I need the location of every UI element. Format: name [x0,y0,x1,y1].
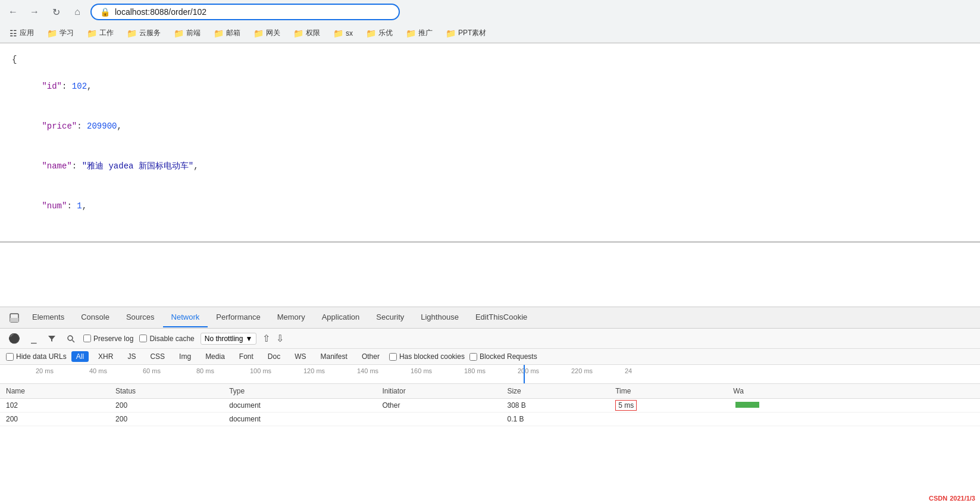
tab-editthiscookie[interactable]: EditThisCookie [467,308,536,327]
bookmark-email[interactable]: 📁 邮箱 [209,26,245,40]
date-label: 2021/1/3 [950,495,975,502]
folder-icon: 📁 [174,29,184,38]
tab-performance[interactable]: Performance [208,308,268,327]
folder-icon: 📁 [47,29,57,38]
address-bar[interactable]: 🔒 [90,4,400,20]
blocked-cookies-checkbox[interactable] [389,353,397,361]
bookmark-gateway-label: 网关 [266,28,280,38]
filter-img-button[interactable]: Img [174,351,196,362]
preserve-log-text: Preserve log [93,335,133,343]
timeline-cursor [524,365,525,383]
bookmark-sx[interactable]: 📁 sx [328,27,358,40]
bookmark-apps[interactable]: ☷ 应用 [5,26,39,40]
upload-button[interactable]: ⇧ [262,333,270,344]
request-status-2: 200 [109,413,223,426]
throttle-select[interactable]: No throttling ▼ [201,333,257,345]
clear-button[interactable]: ⎯ [29,332,39,345]
svg-point-2 [68,336,73,340]
bookmark-gateway[interactable]: 📁 网关 [249,26,285,40]
hide-data-urls-checkbox[interactable] [6,353,14,361]
bookmark-leyou-label: 乐优 [378,28,393,38]
request-name: 102 [0,399,109,413]
tab-sources[interactable]: Sources [118,308,163,327]
devtools-content: ⚫ ⎯ Preserve log Disable cache [0,329,980,503]
timeline-bar: 20 ms 40 ms 60 ms 80 ms 100 ms 120 ms 14… [0,365,980,384]
request-waterfall [727,399,980,413]
tab-console[interactable]: Console [73,308,118,327]
download-button[interactable]: ⇩ [276,333,284,344]
bookmark-ppt[interactable]: 📁 PPT素材 [441,26,491,40]
browser-chrome: ← → ↻ ⌂ 🔒 ☷ 应用 📁 学习 📁 工作 📁 云服务 📁 前端 [0,0,980,43]
throttle-dropdown-icon: ▼ [245,335,252,343]
request-time-2 [609,413,727,426]
tab-lighthouse[interactable]: Lighthouse [412,308,467,327]
preserve-log-checkbox[interactable] [83,335,91,342]
forward-button[interactable]: → [26,4,43,20]
blocked-requests-label[interactable]: Blocked Requests [469,352,537,361]
tab-application[interactable]: Application [314,308,368,327]
tick-40ms: 40 ms [89,367,107,374]
tab-network[interactable]: Network [163,308,208,327]
bookmark-sx-label: sx [346,29,353,38]
svg-rect-1 [10,318,18,322]
filter-js-button[interactable]: JS [123,351,140,362]
blocked-cookies-label[interactable]: Has blocked cookies [389,352,465,361]
json-num-line: "num": 1, [12,186,968,226]
bookmark-auth[interactable]: 📁 权限 [289,26,325,40]
search-button[interactable] [64,333,77,344]
hide-data-urls-label[interactable]: Hide data URLs [6,352,67,361]
filter-media-button[interactable]: Media [201,351,230,362]
table-row[interactable]: 102 200 document Other 308 B 5 ms [0,399,980,413]
bookmark-work[interactable]: 📁 工作 [82,26,118,40]
filter-font-button[interactable]: Font [234,351,258,362]
blocked-requests-text: Blocked Requests [480,352,537,361]
preserve-log-label[interactable]: Preserve log [83,335,133,343]
filter-bar: Hide data URLs All XHR JS CSS Img Media … [0,349,980,365]
folder-icon: 📁 [214,29,224,38]
col-header-waterfall: Wa [727,384,980,399]
bookmark-study[interactable]: 📁 学习 [42,26,79,40]
bookmark-frontend-label: 前端 [186,28,201,38]
tab-elements[interactable]: Elements [24,308,73,327]
url-input[interactable] [115,7,390,17]
tick-100ms: 100 ms [250,367,271,374]
request-initiator: Other [376,399,501,413]
table-row[interactable]: 200 200 document 0.1 B [0,413,980,426]
filter-css-button[interactable]: CSS [145,351,170,362]
svg-line-3 [73,340,75,342]
refresh-button[interactable]: ↻ [48,4,64,20]
folder-icon: 📁 [366,29,376,38]
filter-button[interactable] [45,333,58,344]
back-button[interactable]: ← [5,4,21,20]
home-button[interactable]: ⌂ [69,4,86,20]
devtools-dock-icon[interactable] [5,313,24,323]
bookmark-promo[interactable]: 📁 推广 [401,26,437,40]
col-header-size: Size [501,384,609,399]
stop-recording-button[interactable]: ⚫ [6,332,23,345]
disable-cache-checkbox[interactable] [139,335,147,342]
request-type-2: document [223,413,376,426]
bookmark-cloud-label: 云服务 [139,28,161,38]
folder-icon: 📁 [333,29,343,38]
filter-all-button[interactable]: All [71,351,89,362]
disable-cache-label[interactable]: Disable cache [139,335,194,343]
filter-xhr-button[interactable]: XHR [93,351,118,362]
throttle-label: No throttling [205,335,243,343]
col-header-type: Type [223,384,376,399]
filter-ws-button[interactable]: WS [290,351,311,362]
bookmark-email-label: 邮箱 [226,28,240,38]
tick-220ms: 220 ms [571,367,593,374]
filter-other-button[interactable]: Other [357,351,384,362]
bookmark-leyou[interactable]: 📁 乐优 [361,26,397,40]
filter-manifest-button[interactable]: Manifest [316,351,352,362]
tick-180ms: 180 ms [464,367,486,374]
tab-security[interactable]: Security [368,308,412,327]
filter-doc-button[interactable]: Doc [263,351,285,362]
tab-memory[interactable]: Memory [269,308,314,327]
bookmark-cloud[interactable]: 📁 云服务 [122,26,165,40]
json-userid-line: "userId": 2, [12,226,968,243]
blocked-requests-checkbox[interactable] [469,353,477,361]
request-name-2: 200 [0,413,109,426]
csdn-watermark: CSDN 2021/1/3 [929,495,975,502]
bookmark-frontend[interactable]: 📁 前端 [169,26,205,40]
